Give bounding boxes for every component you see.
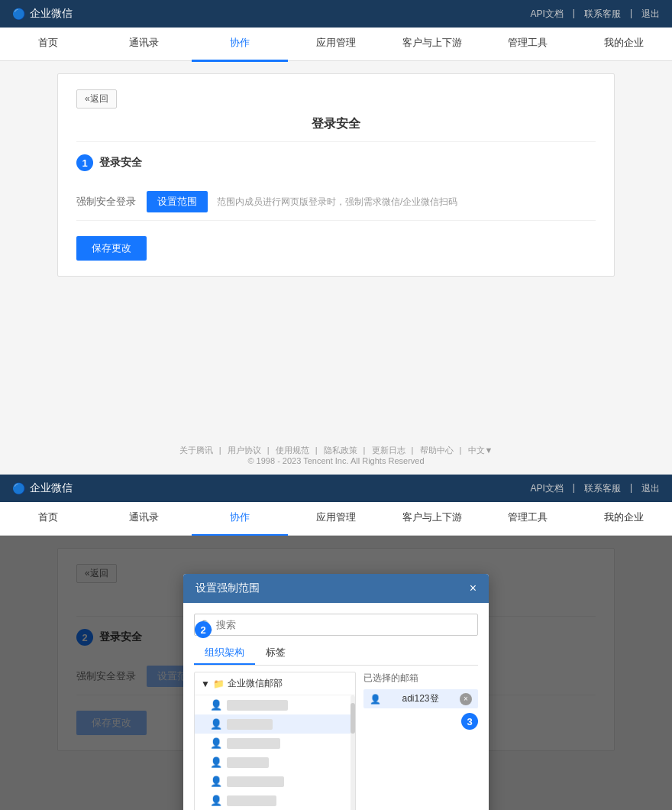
user-icon: 👤 [210, 776, 222, 787]
nav-customer2[interactable]: 客户与上下游 [384, 501, 480, 536]
user-icon: 👤 [210, 718, 222, 730]
person-row [227, 738, 280, 749]
back-btn1[interactable]: «返回 [76, 89, 117, 109]
logo-text: 企业微信 [30, 7, 73, 21]
top-links: API文档 | 联系客服 | 退出 [530, 8, 660, 21]
set-range-btn[interactable]: 设置范围 [147, 191, 208, 212]
save-btn1[interactable]: 保存更改 [76, 236, 147, 261]
modal-tabs: 组织架构 标签 [194, 642, 478, 666]
person-row [227, 700, 288, 711]
form-hint: 范围内成员进行网页版登录时，强制需求微信/企业微信扫码 [217, 196, 457, 209]
badge-2-float: 2 [195, 621, 212, 638]
top-links2: API文档 | 联系客服 | 退出 [530, 482, 660, 495]
logout-link2[interactable]: 退出 [641, 482, 660, 495]
user-icon: 👤 [210, 757, 222, 768]
main-nav: 首页 通讯录 协作 应用管理 客户与上下游 管理工具 我的企业 [0, 28, 672, 61]
nav-enterprise[interactable]: 我的企业 [576, 26, 672, 62]
nav-home2[interactable]: 首页 [0, 501, 96, 536]
footer-usage[interactable]: 使用规范 [276, 446, 309, 455]
remove-selected-btn[interactable]: × [460, 693, 472, 705]
scrollbar-track[interactable] [351, 695, 355, 810]
nav-enterprise2[interactable]: 我的企业 [576, 501, 672, 536]
main-nav2: 首页 通讯录 协作 应用管理 客户与上下游 管理工具 我的企业 [0, 502, 672, 536]
section-title1: 1 登录安全 [76, 154, 596, 171]
chevron-down-icon: ▼ [201, 679, 210, 689]
logo-icon: 🔵 [12, 8, 25, 20]
modal-title: 设置强制范围 [195, 582, 260, 595]
selected-title: 已选择的邮箱 [363, 672, 478, 685]
selected-item-name: adi123登 [402, 692, 438, 705]
list-item[interactable]: 👤 [195, 734, 355, 753]
person-row [227, 757, 269, 768]
form-row1: 强制安全登录 设置范围 范围内成员进行网页版登录时，强制需求微信/企业微信扫码 [76, 183, 596, 221]
nav-contacts2[interactable]: 通讯录 [96, 501, 192, 536]
footer1: 关于腾讯 | 用户协议 | 使用规范 | 隐私政策 | 更新日志 | 帮助中心 … [0, 436, 672, 475]
user-icon-selected: 👤 [370, 694, 381, 705]
nav-collaboration[interactable]: 协作 [192, 26, 288, 62]
tree-root-label: 企业微信邮部 [228, 677, 283, 690]
modal-right: 已选择的邮箱 👤 adi123登 × 3 [363, 672, 478, 810]
nav-appmanage[interactable]: 应用管理 [288, 26, 384, 62]
footer-privacy[interactable]: 隐私政策 [324, 446, 357, 455]
api-doc-link[interactable]: API文档 [530, 8, 563, 21]
nav-appmanage2[interactable]: 应用管理 [288, 501, 384, 536]
api-doc-link2[interactable]: API文档 [530, 482, 563, 495]
badge-3: 3 [461, 713, 478, 730]
card-title1: 登录安全 [76, 116, 596, 142]
user-icon: 👤 [210, 737, 222, 749]
modal: 设置强制范围 × 🔍 组织架构 标签 ▼ 📁 企业微信邮 [183, 574, 489, 810]
section-title-text: 登录安全 [99, 156, 142, 170]
list-item[interactable]: 👤 [195, 791, 355, 810]
list-item[interactable]: 👤 [195, 753, 355, 772]
scrollbar-thumb [351, 703, 355, 734]
modal-left: ▼ 📁 企业微信邮部 👤 👤 [194, 672, 356, 810]
tab-label[interactable]: 标签 [255, 642, 296, 665]
section2-wrap: «返回 登录安全 2 登录安全 强制安全登录 设置范围 保存更改 设置强制范围 … [0, 536, 672, 810]
search-input[interactable] [194, 614, 478, 636]
tree-list: 👤 👤 👤 👤 [195, 695, 355, 810]
footer-user-agreement[interactable]: 用户协议 [228, 446, 261, 455]
contact-link2[interactable]: 联系客服 [584, 482, 621, 495]
logout-link[interactable]: 退出 [641, 8, 660, 21]
footer-changelog[interactable]: 更新日志 [372, 446, 405, 455]
person-row [227, 776, 284, 787]
selected-item: 👤 adi123登 × [363, 689, 478, 708]
footer-lang[interactable]: 中文▼ [468, 446, 493, 455]
modal-body: 🔍 组织架构 标签 ▼ 📁 企业微信邮部 [183, 603, 489, 810]
folder-icon: 📁 [213, 679, 225, 689]
nav-collaboration2[interactable]: 协作 [192, 501, 288, 536]
tree-list-wrap: 👤 👤 👤 👤 [195, 695, 355, 810]
person-row [227, 795, 276, 806]
logo: 🔵 企业微信 [12, 7, 73, 21]
search-wrap: 🔍 [194, 614, 478, 636]
nav-tools[interactable]: 管理工具 [480, 26, 577, 62]
nav-tools2[interactable]: 管理工具 [480, 501, 577, 536]
copyright: © 1998 - 2023 Tencent Inc. All Rights Re… [9, 456, 663, 465]
tab-org[interactable]: 组织架构 [194, 642, 255, 665]
list-item[interactable]: 👤 [195, 772, 355, 791]
logo2: 🔵 企业微信 [12, 481, 73, 495]
section1: «返回 登录安全 1 登录安全 强制安全登录 设置范围 范围内成员进行网页版登录… [0, 61, 672, 436]
logo-text2: 企业微信 [30, 481, 73, 495]
nav-contacts[interactable]: 通讯录 [96, 26, 192, 62]
list-item[interactable]: 👤 [195, 714, 355, 734]
login-security-section: 1 登录安全 强制安全登录 设置范围 范围内成员进行网页版登录时，强制需求微信/… [76, 154, 596, 221]
badge-1: 1 [76, 154, 93, 171]
nav-home[interactable]: 首页 [0, 26, 96, 62]
top-bar: 🔵 企业微信 API文档 | 联系客服 | 退出 [0, 0, 672, 28]
list-item[interactable]: 👤 [195, 695, 355, 714]
footer-help[interactable]: 帮助中心 [420, 446, 454, 455]
person-row [227, 719, 273, 730]
contact-link[interactable]: 联系客服 [584, 8, 621, 21]
modal-header: 设置强制范围 × [183, 574, 489, 603]
user-icon: 👤 [210, 795, 222, 806]
tree-header[interactable]: ▼ 📁 企业微信邮部 [195, 672, 355, 695]
form-label1: 强制安全登录 [76, 195, 137, 209]
footer-about[interactable]: 关于腾讯 [179, 446, 213, 455]
nav-customer[interactable]: 客户与上下游 [384, 26, 480, 62]
modal-content: ▼ 📁 企业微信邮部 👤 👤 [194, 672, 478, 810]
card1: «返回 登录安全 1 登录安全 强制安全登录 设置范围 范围内成员进行网页版登录… [57, 73, 615, 277]
logo-icon2: 🔵 [12, 482, 25, 494]
modal-close-btn[interactable]: × [470, 582, 477, 595]
top-bar2: 🔵 企业微信 API文档 | 联系客服 | 退出 [0, 475, 672, 502]
